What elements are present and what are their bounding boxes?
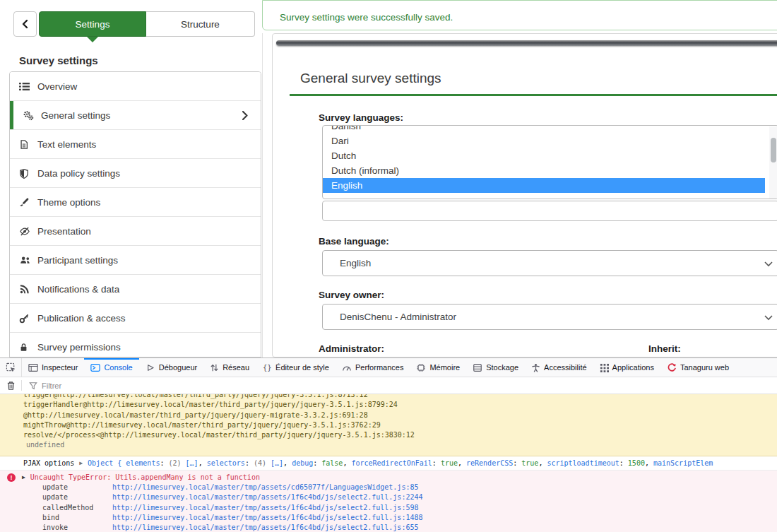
error-message: Uncaught TypeError: Utils.appendMany is …: [30, 473, 260, 483]
devtools-tab-label: Stockage: [486, 363, 518, 372]
stack-function-name: update: [42, 483, 112, 492]
tab-settings[interactable]: Settings: [39, 11, 146, 37]
sidebar-item-overview[interactable]: Overview: [10, 72, 261, 101]
clear-console-button[interactable]: [0, 381, 21, 391]
object-preview-token: (4): [254, 459, 271, 467]
sidebar-item-label: Theme options: [37, 197, 100, 208]
sidebar-item-general-settings[interactable]: General settings: [10, 101, 261, 130]
console-stack-line: mightThrow@http://limesurvey.local/maste…: [0, 420, 777, 430]
object-preview-token: (2): [168, 459, 185, 467]
stack-source-link[interactable]: http://limesurvey.local/master/tmp/asset…: [112, 483, 418, 492]
object-preview: Object { elements: (2) […], selectors: (…: [88, 459, 713, 467]
view-tab-group: Settings Structure: [39, 11, 255, 37]
storage-icon: [473, 363, 482, 372]
tab-structure[interactable]: Structure: [146, 11, 255, 37]
devtools-tab-tanaguru-web[interactable]: Tanaguru web: [660, 358, 735, 377]
sidebar-item-theme-options[interactable]: Theme options: [10, 188, 261, 217]
expand-triangle-icon[interactable]: ▶: [79, 460, 83, 466]
language-option[interactable]: Dutch (informal): [323, 163, 777, 178]
listbox-scrollbar-thumb[interactable]: [771, 138, 776, 162]
stack-source-link[interactable]: http://limesurvey.local/master/tmp/asset…: [112, 513, 423, 523]
language-option[interactable]: Dari: [323, 134, 777, 148]
object-preview-token: mainScriptElem: [653, 459, 713, 467]
inspector-icon: [28, 363, 38, 372]
devtools-tab-performances[interactable]: Performances: [336, 358, 410, 377]
limesurvey-admin-screen: Settings Structure Survey settings were …: [0, 0, 777, 532]
object-preview-token: ,: [458, 459, 466, 467]
object-preview-token: ,: [343, 459, 351, 467]
language-option[interactable]: Dutch: [323, 148, 777, 163]
console-output: trigger@http://limesurvey.local/master/t…: [0, 394, 777, 532]
language-search-input[interactable]: [322, 201, 777, 221]
eye-slash-icon: [19, 226, 33, 237]
applications-icon: [600, 363, 609, 372]
listbox-scrollbar[interactable]: [769, 126, 777, 199]
sidebar-item-survey-permissions[interactable]: Survey permissions: [10, 333, 261, 357]
base-language-select[interactable]: English: [322, 250, 777, 276]
sidebar-item-label: Presentation: [37, 226, 91, 237]
svg-text:{}: {}: [263, 363, 272, 372]
object-preview-token: true: [521, 459, 538, 467]
sidebar-item-label: Publication & access: [37, 313, 126, 324]
sidebar-item-data-policy-settings[interactable]: Data policy settings: [10, 159, 261, 188]
sidebar-item-label: Notifications & data: [37, 284, 119, 295]
console-stack-line: @http://limesurvey.local/master/third_pa…: [0, 410, 777, 420]
language-option[interactable]: Danish: [323, 125, 777, 134]
sidebar-item-label: Data policy settings: [37, 168, 120, 179]
sidebar-item-participant-settings[interactable]: Participant settings: [10, 246, 261, 275]
object-preview-token: :: [513, 459, 521, 467]
devtools-tab-label: Performances: [355, 363, 403, 372]
error-icon: !: [7, 473, 16, 482]
console-filter-input[interactable]: [42, 382, 254, 390]
base-language-label: Base language:: [319, 236, 389, 247]
devtools-tab-label: Débogueur: [159, 363, 197, 372]
devtools-tab-console[interactable]: Console: [84, 358, 138, 377]
survey-languages-label: Survey languages:: [319, 112, 403, 123]
language-option[interactable]: English: [323, 178, 765, 193]
stack-source-link[interactable]: http://limesurvey.local/master/tmp/asset…: [112, 523, 418, 532]
devtools-tab-diteur-de-style[interactable]: {}Éditeur de style: [256, 358, 336, 377]
sidebar-item-text-elements[interactable]: Text elements: [10, 130, 261, 159]
expand-triangle-icon[interactable]: ▶: [22, 473, 25, 483]
devtools-tab-d-bogueur[interactable]: Débogueur: [139, 358, 203, 377]
console-icon: [90, 363, 100, 372]
sidebar-item-publication-access[interactable]: Publication & access: [10, 304, 261, 333]
survey-languages-listbox[interactable]: DanishDariDutchDutch (informal)English: [322, 125, 777, 199]
devtools-tab-inspecteur[interactable]: Inspecteur: [22, 358, 84, 377]
log-label: PJAX options: [23, 459, 74, 467]
stack-function-name: calledMethod: [42, 503, 112, 513]
stack-source-link[interactable]: http://limesurvey.local/master/tmp/asset…: [112, 492, 423, 502]
devtools-tab-applications[interactable]: Applications: [593, 358, 660, 377]
active-tab-pointer: [87, 37, 98, 42]
sidebar-item-presentation[interactable]: Presentation: [10, 217, 261, 246]
stack-function-name: invoke: [42, 523, 112, 532]
chevron-left-icon: [21, 19, 29, 29]
shield-icon: [19, 168, 33, 179]
back-button[interactable]: [13, 11, 37, 37]
notification-text: Survey settings were successfully saved.: [280, 12, 453, 23]
pick-element-button[interactable]: [0, 358, 22, 377]
devtools-tab-r-seau[interactable]: Réseau: [203, 358, 256, 377]
brush-icon: [19, 197, 33, 208]
survey-owner-label: Survey owner:: [319, 290, 384, 300]
devtools-tab-m-moire[interactable]: Mémoire: [410, 358, 466, 377]
object-preview-token: scriptloadtimeout: [547, 459, 619, 467]
sidebar-item-notifications-data[interactable]: Notifications & data: [10, 275, 261, 304]
devtools-tab-stockage[interactable]: Stockage: [466, 358, 525, 377]
devtools-tab-label: Inspecteur: [42, 363, 78, 372]
object-preview-token: :: [245, 459, 254, 467]
pick-element-icon: [6, 362, 16, 373]
object-preview-token: 1500: [628, 459, 645, 467]
sidebar-item-label: General settings: [41, 110, 110, 121]
users-icon: [19, 255, 33, 266]
object-preview-token: ,: [538, 459, 547, 467]
tanaguru-icon: [667, 362, 677, 372]
survey-owner-select[interactable]: DenisChenu - Administrator: [322, 304, 777, 330]
console-stack-line: resolve/</process<@http://limesurvey.loc…: [0, 430, 777, 440]
devtools-tab-label: Réseau: [223, 363, 249, 372]
chevron-right-icon: [242, 111, 248, 120]
general-settings-panel: General survey settings Survey languages…: [272, 33, 777, 357]
stack-source-link[interactable]: http://limesurvey.local/master/tmp/asset…: [112, 503, 418, 513]
survey-owner-value: DenisChenu - Administrator: [340, 312, 456, 322]
devtools-tab-accessibilit[interactable]: Accessibilité: [525, 358, 593, 377]
